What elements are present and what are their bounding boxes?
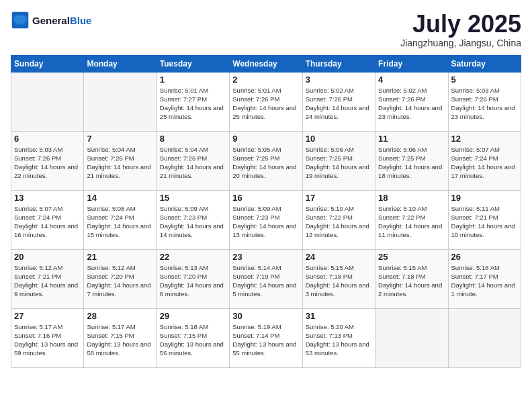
- day-number: 14: [87, 193, 153, 203]
- calendar-cell: 5Sunrise: 5:03 AM Sunset: 7:26 PM Daylig…: [448, 72, 521, 131]
- day-info: Sunrise: 5:16 AM Sunset: 7:17 PM Dayligh…: [451, 263, 518, 299]
- day-number: 16: [232, 193, 299, 203]
- weekday-header: Sunday: [11, 55, 84, 72]
- calendar-cell: 4Sunrise: 5:02 AM Sunset: 7:26 PM Daylig…: [375, 72, 448, 131]
- weekday-header: Thursday: [302, 55, 375, 72]
- calendar-cell: 12Sunrise: 5:07 AM Sunset: 7:24 PM Dayli…: [448, 131, 521, 190]
- day-number: 29: [160, 311, 226, 321]
- logo-icon: [11, 11, 30, 30]
- day-info: Sunrise: 5:12 AM Sunset: 7:20 PM Dayligh…: [87, 263, 153, 299]
- day-info: Sunrise: 5:12 AM Sunset: 7:21 PM Dayligh…: [14, 263, 81, 299]
- calendar-cell: [11, 72, 84, 131]
- calendar-cell: 9Sunrise: 5:05 AM Sunset: 7:25 PM Daylig…: [230, 131, 302, 190]
- day-number: 6: [14, 134, 81, 144]
- day-number: 1: [160, 75, 226, 85]
- calendar-week-row: 13Sunrise: 5:07 AM Sunset: 7:24 PM Dayli…: [11, 190, 521, 249]
- day-number: 4: [378, 75, 445, 85]
- day-number: 24: [306, 252, 372, 262]
- day-info: Sunrise: 5:05 AM Sunset: 7:25 PM Dayligh…: [232, 145, 299, 181]
- weekday-header: Wednesday: [230, 55, 302, 72]
- day-info: Sunrise: 5:17 AM Sunset: 7:15 PM Dayligh…: [87, 322, 153, 358]
- calendar-cell: 21Sunrise: 5:12 AM Sunset: 7:20 PM Dayli…: [84, 249, 157, 308]
- day-number: 2: [232, 75, 299, 85]
- calendar-cell: 23Sunrise: 5:14 AM Sunset: 7:19 PM Dayli…: [230, 249, 302, 308]
- day-number: 13: [14, 193, 81, 203]
- calendar-cell: 17Sunrise: 5:10 AM Sunset: 7:22 PM Dayli…: [302, 190, 375, 249]
- day-number: 27: [14, 311, 81, 321]
- calendar-cell: 11Sunrise: 5:06 AM Sunset: 7:25 PM Dayli…: [375, 131, 448, 190]
- calendar-cell: 7Sunrise: 5:04 AM Sunset: 7:26 PM Daylig…: [84, 131, 157, 190]
- calendar-cell: 18Sunrise: 5:10 AM Sunset: 7:22 PM Dayli…: [375, 190, 448, 249]
- calendar-cell: 14Sunrise: 5:08 AM Sunset: 7:24 PM Dayli…: [84, 190, 157, 249]
- weekday-header: Saturday: [448, 55, 521, 72]
- calendar-cell: 10Sunrise: 5:06 AM Sunset: 7:25 PM Dayli…: [302, 131, 375, 190]
- day-number: 23: [232, 252, 299, 262]
- calendar-cell: 27Sunrise: 5:17 AM Sunset: 7:16 PM Dayli…: [11, 308, 84, 367]
- calendar-cell: 2Sunrise: 5:01 AM Sunset: 7:26 PM Daylig…: [230, 72, 302, 131]
- day-info: Sunrise: 5:10 AM Sunset: 7:22 PM Dayligh…: [306, 204, 372, 240]
- day-info: Sunrise: 5:04 AM Sunset: 7:26 PM Dayligh…: [87, 145, 153, 181]
- weekday-header: Friday: [375, 55, 448, 72]
- calendar-week-row: 6Sunrise: 5:03 AM Sunset: 7:26 PM Daylig…: [11, 131, 521, 190]
- calendar-table: SundayMondayTuesdayWednesdayThursdayFrid…: [11, 55, 521, 368]
- day-info: Sunrise: 5:14 AM Sunset: 7:19 PM Dayligh…: [232, 263, 299, 299]
- calendar-cell: [448, 308, 521, 367]
- calendar-cell: 3Sunrise: 5:02 AM Sunset: 7:26 PM Daylig…: [302, 72, 375, 131]
- calendar-cell: 15Sunrise: 5:09 AM Sunset: 7:23 PM Dayli…: [157, 190, 229, 249]
- calendar-cell: 8Sunrise: 5:04 AM Sunset: 7:26 PM Daylig…: [157, 131, 229, 190]
- day-number: 25: [378, 252, 445, 262]
- day-number: 8: [160, 134, 226, 144]
- calendar-week-row: 20Sunrise: 5:12 AM Sunset: 7:21 PM Dayli…: [11, 249, 521, 308]
- day-number: 9: [232, 134, 299, 144]
- day-number: 12: [451, 134, 518, 144]
- calendar-cell: 29Sunrise: 5:18 AM Sunset: 7:15 PM Dayli…: [157, 308, 229, 367]
- day-info: Sunrise: 5:01 AM Sunset: 7:27 PM Dayligh…: [160, 86, 226, 122]
- day-number: 19: [451, 193, 518, 203]
- day-info: Sunrise: 5:07 AM Sunset: 7:24 PM Dayligh…: [451, 145, 518, 181]
- day-info: Sunrise: 5:13 AM Sunset: 7:20 PM Dayligh…: [160, 263, 226, 299]
- day-info: Sunrise: 5:06 AM Sunset: 7:25 PM Dayligh…: [378, 145, 445, 181]
- day-info: Sunrise: 5:03 AM Sunset: 7:26 PM Dayligh…: [451, 86, 518, 122]
- weekday-header: Tuesday: [157, 55, 229, 72]
- day-info: Sunrise: 5:09 AM Sunset: 7:23 PM Dayligh…: [160, 204, 226, 240]
- day-info: Sunrise: 5:03 AM Sunset: 7:26 PM Dayligh…: [14, 145, 81, 181]
- location: Jiangzhuang, Jiangsu, China: [400, 38, 521, 48]
- calendar-cell: [84, 72, 157, 131]
- day-info: Sunrise: 5:09 AM Sunset: 7:23 PM Dayligh…: [232, 204, 299, 240]
- day-info: Sunrise: 5:04 AM Sunset: 7:26 PM Dayligh…: [160, 145, 226, 181]
- day-number: 7: [87, 134, 153, 144]
- day-number: 28: [87, 311, 153, 321]
- day-info: Sunrise: 5:18 AM Sunset: 7:15 PM Dayligh…: [160, 322, 226, 358]
- day-number: 30: [232, 311, 299, 321]
- calendar-cell: 28Sunrise: 5:17 AM Sunset: 7:15 PM Dayli…: [84, 308, 157, 367]
- calendar-cell: 31Sunrise: 5:20 AM Sunset: 7:13 PM Dayli…: [302, 308, 375, 367]
- calendar-cell: 20Sunrise: 5:12 AM Sunset: 7:21 PM Dayli…: [11, 249, 84, 308]
- day-info: Sunrise: 5:01 AM Sunset: 7:26 PM Dayligh…: [232, 86, 299, 122]
- calendar-cell: 1Sunrise: 5:01 AM Sunset: 7:27 PM Daylig…: [157, 72, 229, 131]
- day-info: Sunrise: 5:07 AM Sunset: 7:24 PM Dayligh…: [14, 204, 81, 240]
- calendar-cell: 19Sunrise: 5:11 AM Sunset: 7:21 PM Dayli…: [448, 190, 521, 249]
- day-info: Sunrise: 5:08 AM Sunset: 7:24 PM Dayligh…: [87, 204, 153, 240]
- day-number: 3: [306, 75, 372, 85]
- logo-text: GeneralBlue: [32, 15, 91, 26]
- calendar-cell: 30Sunrise: 5:19 AM Sunset: 7:14 PM Dayli…: [230, 308, 302, 367]
- day-number: 11: [378, 134, 445, 144]
- calendar-cell: 22Sunrise: 5:13 AM Sunset: 7:20 PM Dayli…: [157, 249, 229, 308]
- day-info: Sunrise: 5:15 AM Sunset: 7:18 PM Dayligh…: [378, 263, 445, 299]
- day-number: 22: [160, 252, 226, 262]
- calendar-cell: 26Sunrise: 5:16 AM Sunset: 7:17 PM Dayli…: [448, 249, 521, 308]
- day-info: Sunrise: 5:19 AM Sunset: 7:14 PM Dayligh…: [232, 322, 299, 358]
- title-block: July 2025 Jiangzhuang, Jiangsu, China: [400, 11, 521, 48]
- day-info: Sunrise: 5:20 AM Sunset: 7:13 PM Dayligh…: [306, 322, 372, 358]
- calendar-cell: 6Sunrise: 5:03 AM Sunset: 7:26 PM Daylig…: [11, 131, 84, 190]
- calendar-cell: [375, 308, 448, 367]
- calendar-week-row: 27Sunrise: 5:17 AM Sunset: 7:16 PM Dayli…: [11, 308, 521, 367]
- day-number: 18: [378, 193, 445, 203]
- day-number: 10: [306, 134, 372, 144]
- day-number: 15: [160, 193, 226, 203]
- logo: GeneralBlue: [11, 11, 91, 30]
- day-number: 21: [87, 252, 153, 262]
- day-number: 5: [451, 75, 518, 85]
- day-number: 20: [14, 252, 81, 262]
- day-info: Sunrise: 5:17 AM Sunset: 7:16 PM Dayligh…: [14, 322, 81, 358]
